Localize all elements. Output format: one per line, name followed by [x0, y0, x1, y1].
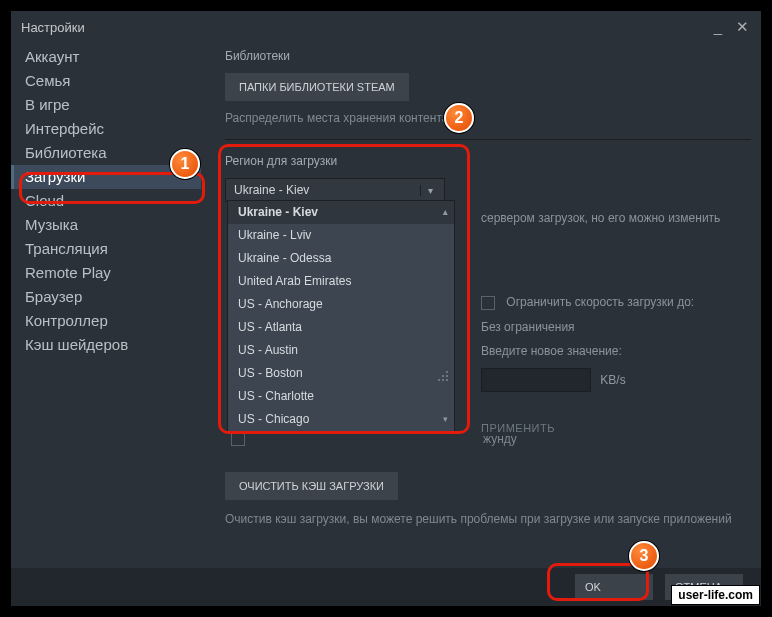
scroll-up-icon: ▴: [443, 201, 448, 224]
sidebar-item-interface[interactable]: Интерфейс: [11, 117, 201, 141]
enter-new-label: Введите новое значение:: [481, 344, 761, 358]
dropdown-item[interactable]: Ukraine - Odessa: [228, 247, 454, 270]
sidebar-item-cloud[interactable]: Cloud: [11, 189, 201, 213]
resize-grip-icon: [438, 371, 450, 383]
close-button[interactable]: ✕: [733, 18, 751, 36]
sidebar-item-controller[interactable]: Контроллер: [11, 309, 201, 333]
library-folders-button[interactable]: ПАПКИ БИБЛИОТЕКИ STEAM: [225, 73, 409, 101]
truncated-checkbox[interactable]: [231, 432, 245, 446]
scroll-down-icon: ▾: [443, 408, 448, 431]
minimize-button[interactable]: _: [709, 18, 727, 36]
sidebar-item-shadercache[interactable]: Кэш шейдеров: [11, 333, 201, 357]
sidebar-item-remoteplay[interactable]: Remote Play: [11, 261, 201, 285]
sidebar-item-family[interactable]: Семья: [11, 69, 201, 93]
dropdown-item[interactable]: US - Chicago▾: [228, 408, 454, 431]
chevron-down-icon: ▾: [420, 185, 436, 196]
dropdown-item[interactable]: US - Atlanta: [228, 316, 454, 339]
sidebar-item-music[interactable]: Музыка: [11, 213, 201, 237]
dropdown-item[interactable]: US - Austin: [228, 339, 454, 362]
libraries-title: Библиотеки: [225, 49, 751, 63]
sidebar: Аккаунт Семья В игре Интерфейс Библиотек…: [11, 43, 201, 568]
dropdown-item[interactable]: US - Charlotte: [228, 385, 454, 408]
speed-input[interactable]: [481, 368, 591, 392]
no-limit-text: Без ограничения: [481, 320, 761, 334]
region-dropdown[interactable]: Ukraine - Kiev▴ Ukraine - Lviv Ukraine -…: [227, 200, 455, 432]
dropdown-item[interactable]: US - Boston: [228, 362, 454, 385]
dropdown-item[interactable]: Ukraine - Kiev▴: [228, 201, 454, 224]
libraries-subtext: Распределить места хранения контента: [225, 111, 751, 125]
dropdown-item[interactable]: US - Anchorage: [228, 293, 454, 316]
annotation-marker-2: 2: [444, 103, 474, 133]
limit-label: Ограничить скорость загрузки до:: [506, 295, 694, 309]
sidebar-item-ingame[interactable]: В игре: [11, 93, 201, 117]
titlebar: Настройки _ ✕: [11, 11, 761, 43]
clear-cache-button[interactable]: ОЧИСТИТЬ КЭШ ЗАГРУЗКИ: [225, 472, 398, 500]
dropdown-item[interactable]: United Arab Emirates: [228, 270, 454, 293]
region-title: Регион для загрузки: [225, 154, 751, 168]
sidebar-item-broadcast[interactable]: Трансляция: [11, 237, 201, 261]
divider: [225, 139, 751, 140]
annotation-marker-3: 3: [629, 541, 659, 571]
apply-button[interactable]: ПРИМЕНИТЬ: [481, 418, 555, 438]
watermark: user-life.com: [671, 585, 760, 605]
annotation-marker-1: 1: [170, 149, 200, 179]
sidebar-item-browser[interactable]: Браузер: [11, 285, 201, 309]
sidebar-item-account[interactable]: Аккаунт: [11, 45, 201, 69]
region-hint: сервером загрузок, но его можно изменить: [481, 211, 761, 225]
right-column: сервером загрузок, но его можно изменить…: [481, 211, 761, 438]
region-select[interactable]: Ukraine - Kiev ▾: [225, 178, 445, 202]
limit-checkbox[interactable]: [481, 296, 495, 310]
clear-cache-text: Очистив кэш загрузки, вы можете решить п…: [225, 512, 751, 526]
footer: OK ОТМЕНА: [11, 568, 761, 606]
speed-unit: KB/s: [600, 373, 625, 387]
region-selected-value: Ukraine - Kiev: [234, 183, 309, 197]
ok-button[interactable]: OK: [575, 574, 653, 600]
dropdown-item[interactable]: Ukraine - Lviv: [228, 224, 454, 247]
window-title: Настройки: [21, 20, 85, 35]
